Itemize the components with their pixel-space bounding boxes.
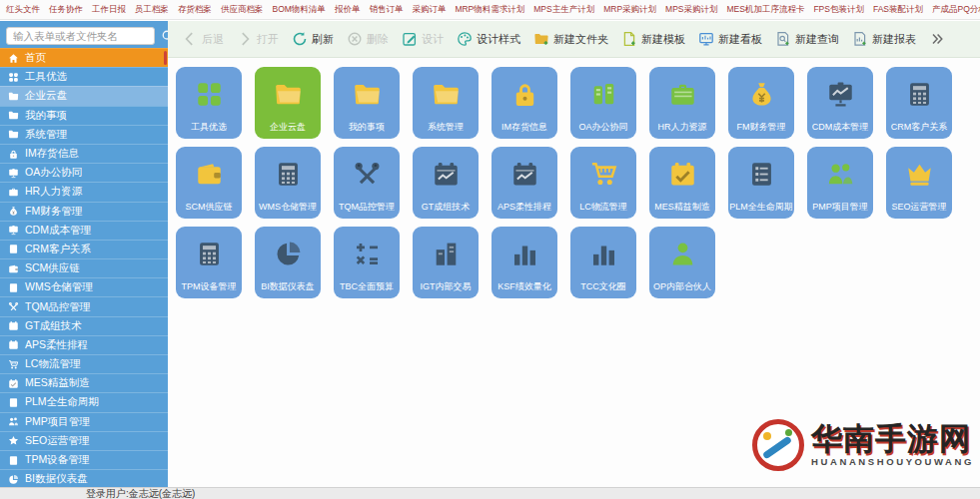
app-tile[interactable]: IM存货信息 xyxy=(491,67,557,139)
sidebar-item[interactable]: SCM供应链 xyxy=(0,258,168,277)
app-tile[interactable]: GT成组技术 xyxy=(413,147,479,219)
top-menu-item[interactable]: 采购订单 xyxy=(412,4,446,16)
sidebar: 首页 工具优选 企业云盘 我的事项 系统管理 xyxy=(0,21,168,487)
calendar-chart-icon xyxy=(510,147,539,202)
app-tile[interactable]: KSF绩效量化 xyxy=(491,227,557,298)
app-tile[interactable]: APS柔性排程 xyxy=(491,147,557,219)
app-tile[interactable]: 企业云盘 xyxy=(255,67,321,139)
toolbar-button[interactable]: 设计 xyxy=(402,31,444,47)
sidebar-item[interactable]: OA办公协同 xyxy=(0,163,168,182)
sidebar-item[interactable]: CRM客户关系 xyxy=(0,240,168,258)
sidebar-item[interactable]: TPM设备管理 xyxy=(0,450,168,469)
top-menu-item[interactable]: 员工档案 xyxy=(135,4,169,16)
top-menu-item[interactable]: 存货档案 xyxy=(178,4,212,16)
sidebar-menu: 首页 工具优选 企业云盘 我的事项 系统管理 xyxy=(0,48,168,487)
app-tile[interactable]: MES精益制造 xyxy=(649,147,715,219)
sidebar-item[interactable]: 企业云盘 xyxy=(0,86,168,105)
toolbar-button[interactable] xyxy=(929,31,949,47)
top-menu-item[interactable]: MRP采购计划 xyxy=(603,4,656,16)
toolbar-button[interactable]: 打开 xyxy=(237,31,279,47)
app-tile[interactable]: PMP项目管理 xyxy=(807,147,873,219)
app-tile[interactable]: CDM成本管理 xyxy=(807,67,873,139)
sidebar-item[interactable]: GT成组技术 xyxy=(0,316,168,335)
sidebar-item[interactable]: SEO运营管理 xyxy=(0,431,168,450)
sidebar-item[interactable]: LC物流管理 xyxy=(0,354,168,373)
sidebar-item[interactable]: PMP项目管理 xyxy=(0,412,168,431)
app-tile[interactable]: IGT内部交易 xyxy=(413,227,479,298)
login-user-label: 登录用户:金志远(金志远) xyxy=(86,488,195,499)
app-tile[interactable]: 系统管理 xyxy=(413,67,479,139)
app-tile[interactable]: 我的事项 xyxy=(334,67,400,139)
app-tile[interactable]: CRM客户关系 xyxy=(886,67,952,139)
toolbar-button[interactable]: 新建模板 xyxy=(621,31,685,47)
top-menu-item[interactable]: BOM物料清单 xyxy=(273,4,326,16)
toolbar-button[interactable]: 新建报表 xyxy=(852,31,916,47)
app-tile-label: HR人力资源 xyxy=(658,122,707,139)
app-tile[interactable]: TCC文化圈 xyxy=(570,227,636,298)
app-tile-label: IM存货信息 xyxy=(501,122,547,139)
app-tile[interactable]: SCM供应链 xyxy=(176,147,242,219)
top-menu-item[interactable]: FAS装配计划 xyxy=(873,4,923,16)
sidebar-item[interactable]: HR人力资源 xyxy=(0,182,168,201)
app-tile[interactable]: TBC全面预算 xyxy=(334,227,400,298)
sidebar-item[interactable]: BI数据仪表盘 xyxy=(0,469,168,487)
sidebar-item[interactable]: PLM全生命周期 xyxy=(0,392,168,411)
sidebar-item[interactable]: CDM成本管理 xyxy=(0,221,168,240)
chevron-left-icon xyxy=(182,31,198,47)
cart-icon xyxy=(589,147,618,202)
toolbar-button[interactable]: 刷新 xyxy=(292,31,334,47)
search-input[interactable] xyxy=(6,27,155,45)
sidebar-item-label: 我的事项 xyxy=(25,109,67,123)
app-tile[interactable]: LC物流管理 xyxy=(570,147,636,219)
toolbar-button[interactable]: 删除 xyxy=(347,31,389,47)
app-tile-label: GT成组技术 xyxy=(422,202,471,219)
buildings2-icon xyxy=(432,227,461,281)
app-tile[interactable]: WMS仓储管理 xyxy=(255,147,321,219)
toolbar-button[interactable]: 新建查询 xyxy=(775,31,839,47)
top-menu-item[interactable]: 供应商档案 xyxy=(221,4,264,16)
toolbar-button[interactable]: 设计样式 xyxy=(457,31,520,47)
sidebar-item[interactable]: TQM品控管理 xyxy=(0,296,168,315)
main-content: 工具优选 企业云盘 我的事项 系统管理 IM存货信息 xyxy=(168,58,980,487)
top-menu-item[interactable]: MPS采购计划 xyxy=(665,4,717,16)
top-menu-item[interactable]: 产成品PQ分析 xyxy=(932,4,980,16)
sidebar-item[interactable]: FM财务管理 xyxy=(0,202,168,221)
top-menu-item[interactable]: MES机加工序流程卡 xyxy=(727,4,805,16)
app-tile[interactable]: 工具优选 xyxy=(176,67,242,139)
app-tile-label: TPM设备管理 xyxy=(182,281,237,298)
app-tile[interactable]: TQM品控管理 xyxy=(334,147,400,219)
sidebar-item[interactable]: 我的事项 xyxy=(0,106,168,125)
sidebar-item[interactable]: 工具优选 xyxy=(0,67,168,86)
app-tile[interactable]: OP内部合伙人 xyxy=(649,227,715,298)
sidebar-item[interactable]: IM存货信息 xyxy=(0,144,168,163)
top-menu-item[interactable]: 报价单 xyxy=(335,4,361,16)
top-menu-item[interactable]: 任务协作 xyxy=(49,4,83,16)
top-menu-item[interactable]: 工作日报 xyxy=(92,4,126,16)
top-menu-item[interactable]: 销售订单 xyxy=(369,4,403,16)
toolbar-button[interactable]: 新建文件夹 xyxy=(533,31,608,47)
sidebar-item[interactable]: APS柔性排程 xyxy=(0,335,168,354)
sidebar-item-label: 系统管理 xyxy=(25,128,67,142)
app-tile[interactable]: HR人力资源 xyxy=(649,67,715,139)
search-icon[interactable] xyxy=(161,29,168,43)
sidebar-item[interactable]: MES精益制造 xyxy=(0,373,168,392)
toolbar-button[interactable]: 新建看板 xyxy=(698,31,762,47)
sidebar-item[interactable]: 系统管理 xyxy=(0,125,168,144)
sidebar-item[interactable]: 首页 xyxy=(0,48,168,67)
top-menu-item[interactable]: FPS包装计划 xyxy=(813,4,864,16)
sidebar-item-label: TPM设备管理 xyxy=(25,453,89,467)
app-tile[interactable]: BI数据仪表盘 xyxy=(255,227,321,298)
app-tile[interactable]: PLM全生命周期 xyxy=(728,147,794,219)
sidebar-item[interactable]: WMS仓储管理 xyxy=(0,277,168,296)
top-menu-item[interactable]: MRP物料需求计划 xyxy=(455,4,524,16)
toolbar-button[interactable]: 后退 xyxy=(182,31,224,47)
app-tile[interactable]: TPM设备管理 xyxy=(176,227,242,298)
top-menu-item[interactable]: 红头文件 xyxy=(6,4,40,16)
top-menu-item[interactable]: MPS主生产计划 xyxy=(533,4,594,16)
app-tile[interactable]: FM财务管理 xyxy=(728,67,794,139)
template-plus-icon xyxy=(621,31,637,47)
app-tile-label: CDM成本管理 xyxy=(812,122,869,139)
app-tile[interactable]: OA办公协同 xyxy=(570,67,636,139)
app-tile[interactable]: SEO运营管理 xyxy=(886,147,952,219)
app-tile-label: SEO运营管理 xyxy=(891,202,946,219)
